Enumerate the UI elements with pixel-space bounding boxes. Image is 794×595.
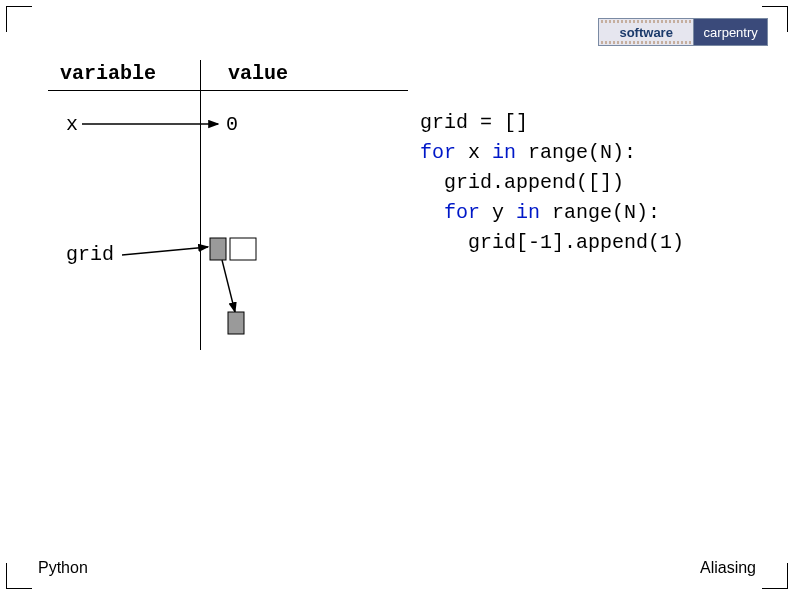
table-hline [48, 90, 408, 91]
code-l2-a: x [456, 141, 492, 164]
code-l4-kw2: in [516, 201, 540, 224]
code-l1: grid = [] [420, 111, 528, 134]
logo-left: software [599, 19, 694, 45]
table-header-value: value [210, 62, 400, 85]
corner-br [762, 563, 788, 589]
code-l2-b: range(N): [516, 141, 636, 164]
outer-list-cell [210, 238, 226, 260]
inner-list-cell [228, 312, 244, 334]
memory-diagram [60, 100, 320, 360]
code-l2-kw2: in [492, 141, 516, 164]
table-header: variable value [60, 62, 400, 85]
table-header-variable: variable [60, 62, 210, 85]
row-grid-name: grid [66, 243, 114, 266]
code-l3: grid.append([]) [420, 171, 624, 194]
code-l2-kw1: for [420, 141, 456, 164]
table-vline [200, 60, 201, 350]
code-l4-a: y [480, 201, 516, 224]
row-x-name: x [66, 113, 78, 136]
code-block: grid = [] for x in range(N): grid.append… [420, 108, 684, 258]
code-l5: grid[-1].append(1) [420, 231, 684, 254]
slide: software carpentry variable value x 0 gr… [0, 0, 794, 595]
open-box [230, 238, 256, 260]
footer-right: Aliasing [700, 559, 756, 577]
arrow-list-to-inner [222, 260, 235, 312]
code-l4-b: range(N): [540, 201, 660, 224]
footer-left: Python [38, 559, 88, 577]
corner-tl [6, 6, 32, 32]
row-x-value: 0 [226, 113, 238, 136]
logo: software carpentry [598, 18, 768, 46]
logo-right: carpentry [694, 19, 767, 45]
corner-bl [6, 563, 32, 589]
code-l4-kw1: for [444, 201, 480, 224]
arrow-grid-to-list [122, 247, 208, 255]
